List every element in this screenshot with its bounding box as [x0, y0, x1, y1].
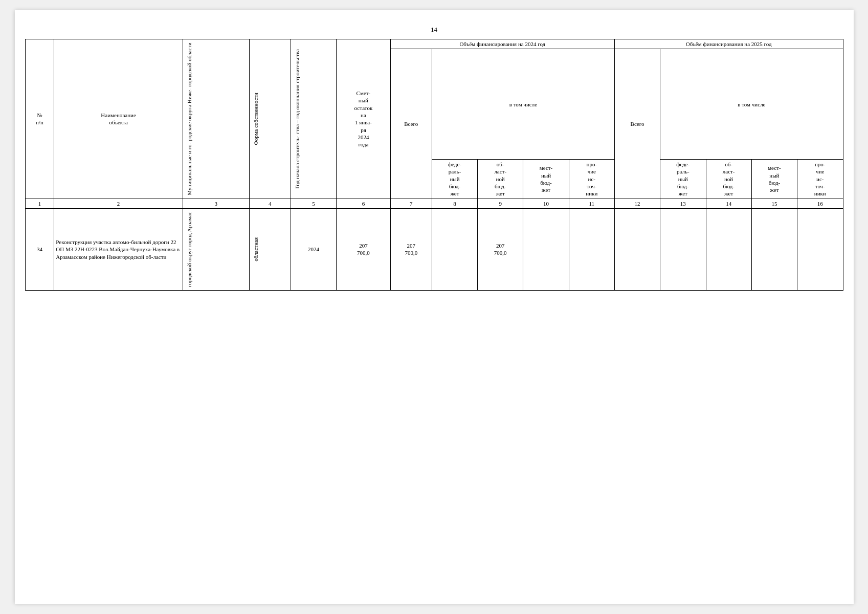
- col-name-header: Наименование объекта: [54, 39, 183, 199]
- n1: 1: [25, 199, 54, 208]
- col-mun-header: Муниципальные и го- родские округа Ниже-…: [183, 39, 249, 199]
- feder-2025-header: феде- раль- ный бюд- жет: [660, 160, 706, 199]
- main-table: № п/п Наименование объекта Муниципальные…: [25, 39, 843, 291]
- proch-2024-header: про- чие ис- точ- ники: [569, 160, 614, 199]
- row-0-col-13: [706, 208, 751, 290]
- row-0-col-5: 207 700,0: [337, 208, 391, 290]
- row-0-col-9: [523, 208, 569, 290]
- mest-2025-header: мест- ный бюд- жет: [751, 160, 797, 199]
- financing-2025-header: Объём финансирования на 2025 год: [614, 39, 843, 49]
- row-0-col-3: областная: [249, 208, 291, 290]
- n14: 14: [706, 199, 751, 208]
- row-0-col-6: 207 700,0: [390, 208, 432, 290]
- n4: 4: [249, 199, 291, 208]
- col-num-header: № п/п: [25, 39, 54, 199]
- v-tom-chisle-2025-header: в том числе: [660, 49, 843, 160]
- number-row: 1 2 3 4 5 6 7 8 9 10 11 12 13 14 15 16: [25, 199, 843, 208]
- row-0-col-7: [432, 208, 477, 290]
- n12: 12: [614, 199, 660, 208]
- col-smet-header: Смет- ный остаток на 1 янва- ря 2024 год…: [337, 39, 391, 199]
- n13: 13: [660, 199, 706, 208]
- row-0-col-14: [751, 208, 797, 290]
- row-0-col-0: 34: [25, 208, 54, 290]
- n9: 9: [478, 199, 523, 208]
- row-0-col-1: Реконструкция участка автомо-бильной дор…: [54, 208, 183, 290]
- row-0-col-11: [614, 208, 660, 290]
- oblast-2025-header: об- ласт- ной бюд- жет: [706, 160, 751, 199]
- row-0-col-10: [569, 208, 614, 290]
- n15: 15: [751, 199, 797, 208]
- col-god-header: Год начала строитель- ства – год окончан…: [291, 39, 336, 199]
- row-0-col-4: 2024: [291, 208, 336, 290]
- col-forma-header: Форма собственности: [249, 39, 291, 199]
- page-number: 14: [25, 26, 843, 34]
- row-0-col-15: [797, 208, 843, 290]
- n5: 5: [291, 199, 336, 208]
- oblast-2024-header: об- ласт- ной бюд- жет: [478, 160, 523, 199]
- row-0-col-8: 207 700,0: [478, 208, 523, 290]
- table-row: 34Реконструкция участка автомо-бильной д…: [25, 208, 843, 290]
- row-0-col-12: [660, 208, 706, 290]
- v-tom-chisle-2024-header: в том числе: [432, 49, 614, 160]
- row-0-col-2: городской округ город Арзамас: [183, 208, 249, 290]
- header-row-1: № п/п Наименование объекта Муниципальные…: [25, 39, 843, 49]
- n11: 11: [569, 199, 614, 208]
- n10: 10: [523, 199, 569, 208]
- proch-2025-header: про- чие ис- точ- ники: [797, 160, 843, 199]
- n2: 2: [54, 199, 183, 208]
- vsego-2024-header: Всего: [390, 49, 432, 199]
- mest-2024-header: мест- ный бюд- жет: [523, 160, 569, 199]
- financing-2024-header: Объём финансирования на 2024 год: [390, 39, 614, 49]
- n8: 8: [432, 199, 477, 208]
- n6: 6: [337, 199, 391, 208]
- page: 14 № п/п: [15, 10, 854, 604]
- vsego-2025-header: Всего: [614, 49, 660, 199]
- feder-2024-header: феде- раль- ный бюд- жет: [432, 160, 477, 199]
- n3: 3: [183, 199, 249, 208]
- n16: 16: [797, 199, 843, 208]
- n7: 7: [390, 199, 432, 208]
